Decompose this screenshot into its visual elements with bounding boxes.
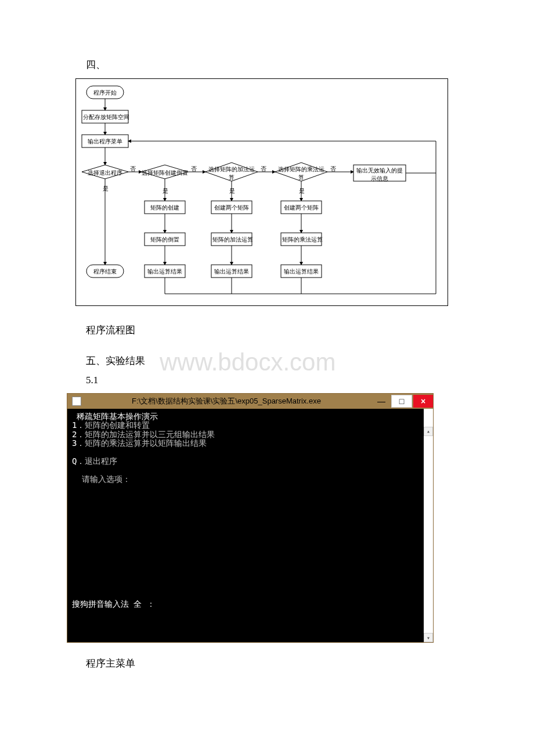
- svg-marker-8: [142, 165, 188, 179]
- console-header-line: 稀疏矩阵基本操作演示: [72, 412, 158, 421]
- scroll-down-icon[interactable]: ▾: [424, 633, 433, 642]
- svg-rect-35: [281, 201, 322, 214]
- menu-num-q: Q．: [72, 456, 85, 466]
- svg-rect-2: [82, 110, 128, 123]
- console-output: 稀疏矩阵基本操作演示 1．矩阵的创建和转置 2．矩阵的加法运算并以三元组输出结果…: [67, 409, 433, 642]
- menu-txt-1: 矩阵的创建和转置: [85, 420, 150, 430]
- scroll-up-icon[interactable]: ▴: [424, 427, 433, 436]
- svg-rect-39: [281, 265, 322, 278]
- menu-num-3: 3．: [72, 438, 85, 448]
- console-caption: 程序主菜单: [86, 657, 534, 670]
- svg-rect-32: [211, 265, 252, 278]
- svg-rect-19: [145, 201, 185, 214]
- console-window: F:\文档\数据结构实验课\实验五\exp05_SparseMatrix.exe…: [67, 393, 434, 643]
- maximize-button[interactable]: □: [391, 395, 412, 408]
- section-five-heading: 五、实验结果: [86, 354, 534, 368]
- window-title: F:\文档\数据结构实验课\实验五\exp05_SparseMatrix.exe: [81, 396, 371, 406]
- svg-marker-12: [275, 163, 327, 181]
- section-four-heading: 四、: [86, 58, 534, 71]
- input-prompt: 请输入选项：: [72, 474, 131, 484]
- svg-marker-6: [82, 165, 128, 179]
- minimize-button[interactable]: —: [371, 395, 391, 408]
- ime-status: 搜狗拼音输入法 全 ：: [72, 599, 155, 609]
- flowchart-diagram: 程序开始 分配存放矩阵空间 输出程序菜单 选择退出程序 选择矩阵创建倒置 选择矩…: [75, 78, 448, 306]
- menu-txt-q: 退出程序: [85, 456, 117, 466]
- svg-rect-14: [353, 165, 406, 181]
- menu-num-1: 1．: [72, 420, 85, 430]
- flowchart-caption: 程序流程图: [86, 323, 534, 337]
- svg-rect-28: [211, 201, 252, 214]
- menu-txt-3: 矩阵的乘法运算并以矩阵输出结果: [85, 438, 207, 448]
- vertical-scrollbar[interactable]: ▴ ▾: [424, 409, 433, 642]
- menu-txt-2: 矩阵的加法运算并以三元组输出结果: [85, 430, 215, 439]
- menu-num-2: 2．: [72, 430, 85, 439]
- svg-rect-21: [145, 233, 185, 246]
- svg-rect-37: [281, 233, 322, 246]
- svg-rect-0: [86, 86, 124, 99]
- svg-marker-10: [205, 163, 258, 181]
- svg-rect-4: [82, 135, 128, 147]
- svg-rect-30: [211, 233, 252, 246]
- svg-rect-23: [145, 265, 185, 278]
- app-icon: [72, 397, 81, 406]
- svg-rect-42: [86, 265, 124, 278]
- window-titlebar[interactable]: F:\文档\数据结构实验课\实验五\exp05_SparseMatrix.exe…: [67, 394, 433, 409]
- close-button[interactable]: ×: [413, 395, 433, 408]
- subsection-5-1: 5.1: [86, 375, 534, 386]
